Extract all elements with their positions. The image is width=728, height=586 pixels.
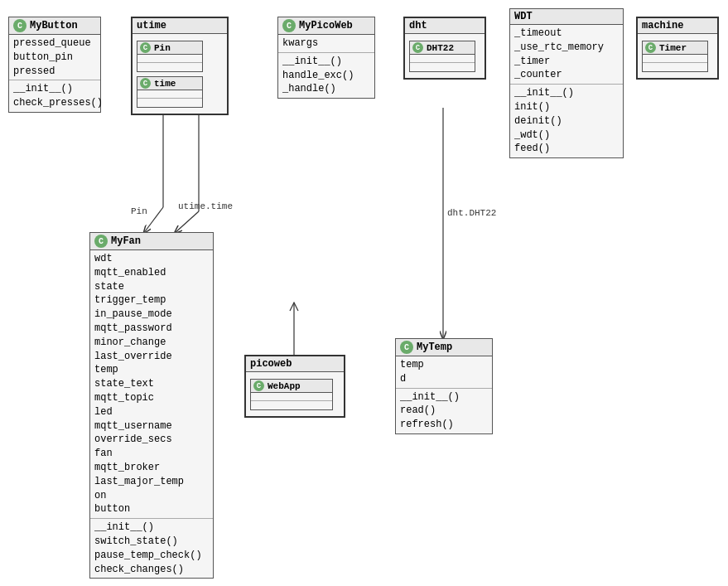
method-init-myfan: __init__() <box>94 521 209 535</box>
attr-pressed: pressed <box>13 65 96 79</box>
mytemp-icon: C <box>400 341 413 354</box>
dht-package: dht C DHT22 <box>403 17 486 80</box>
attr-button-pin: button_pin <box>13 51 96 65</box>
myfan-name: MyFan <box>111 235 141 247</box>
pin-section1 <box>137 55 202 63</box>
method-read: read() <box>400 404 488 418</box>
attr-minor-change: minor_change <box>94 336 209 350</box>
dht22-name: DHT22 <box>427 43 454 53</box>
mytemp-attrs: temp d <box>396 356 492 389</box>
method-init-mt: __init__() <box>400 390 488 404</box>
myfan-header: C MyFan <box>90 233 213 250</box>
myfan-attrs: wdt mqtt_enabled state trigger_temp in_p… <box>90 250 213 519</box>
attr-temp-mt: temp <box>400 358 488 372</box>
wdt-header: WDT <box>510 9 623 25</box>
timer-name: Timer <box>659 43 687 53</box>
method-init-pw: __init__() <box>282 55 370 69</box>
method-handle-exc: handle_exc() <box>282 69 370 83</box>
picoweb-name: picoweb <box>250 358 292 370</box>
mypicoweb-name: MyPicoWeb <box>299 20 353 31</box>
mypicoweb-icon: C <box>282 19 296 32</box>
mytemp-header: C MyTemp <box>396 339 492 356</box>
attr-led: led <box>94 405 209 419</box>
dht22-icon: C <box>412 42 423 53</box>
wdt-attrs: _timeout _use_rtc_memory _timer _counter <box>510 25 623 85</box>
pin-header: C Pin <box>137 41 202 55</box>
time-section2 <box>137 99 202 107</box>
timer-header: C Timer <box>643 41 707 55</box>
method-feed: feed() <box>514 142 619 156</box>
mybutton-methods: __init__() check_presses() <box>9 80 100 112</box>
webapp-section1 <box>251 393 332 401</box>
method-pause-temp-check: pause_temp_check() <box>94 549 209 563</box>
mybutton-attrs: pressed_queue button_pin pressed <box>9 35 100 80</box>
attr-button: button <box>94 502 209 516</box>
utime-header: utime <box>133 18 227 34</box>
attr-wdt: wdt <box>94 252 209 266</box>
attr-fan: fan <box>94 447 209 461</box>
dht22-header: C DHT22 <box>410 41 475 55</box>
pin-class: C Pin <box>137 41 203 72</box>
timer-section1 <box>643 55 707 63</box>
mypicoweb-attrs: kwargs <box>278 35 374 53</box>
attr-d: d <box>400 372 488 386</box>
myfan-methods: __init__() switch_state() pause_temp_che… <box>90 519 213 578</box>
attr-kwargs: kwargs <box>282 36 370 51</box>
method-check-changes: check_changes() <box>94 563 209 577</box>
dht-label: dht.DHT22 <box>447 208 496 218</box>
webapp-icon: C <box>253 380 264 391</box>
method-wdt: _wdt() <box>514 128 619 143</box>
attr-pressed-queue: pressed_queue <box>13 36 96 51</box>
mypicoweb-methods: __init__() handle_exc() _handle() <box>278 53 374 98</box>
wdt-methods: __init__() init() deinit() _wdt() feed() <box>510 85 623 157</box>
dht-header: dht <box>405 18 485 34</box>
mybutton-icon: C <box>13 19 27 32</box>
attr-mqtt-topic: mqtt_topic <box>94 391 209 405</box>
method-init: __init__() <box>13 82 96 96</box>
mytemp-class: C MyTemp temp d __init__() read() refres… <box>395 338 493 434</box>
mypicoweb-header: C MyPicoWeb <box>278 17 374 35</box>
time-section1 <box>137 90 202 99</box>
attr-mqtt-username: mqtt_username <box>94 419 209 433</box>
method-check-presses: check_presses() <box>13 96 96 110</box>
attr-state: state <box>94 280 209 294</box>
wdt-class: WDT _timeout _use_rtc_memory _timer _cou… <box>509 8 624 158</box>
attr-counter: _counter <box>514 68 619 82</box>
attr-override-secs: override_secs <box>94 433 209 447</box>
dht22-class: C DHT22 <box>409 41 475 72</box>
mypicoweb-class: C MyPicoWeb kwargs __init__() handle_exc… <box>277 17 375 99</box>
attr-on: on <box>94 489 209 503</box>
picoweb-header: picoweb <box>246 356 344 372</box>
attr-mqtt-password: mqtt_password <box>94 322 209 336</box>
attr-temp: temp <box>94 363 209 377</box>
attr-mqtt-enabled: mqtt_enabled <box>94 266 209 280</box>
attr-state-text: state_text <box>94 377 209 391</box>
mybutton-name: MyButton <box>30 20 78 31</box>
webapp-name: WebApp <box>268 381 301 391</box>
svg-line-4 <box>174 211 199 234</box>
dht-name: dht <box>409 20 427 31</box>
attr-trigger-temp: trigger_temp <box>94 293 209 308</box>
time-icon: C <box>140 78 151 89</box>
pin-icon: C <box>140 42 151 53</box>
method-switch-state: switch_state() <box>94 535 209 549</box>
mybutton-class: C MyButton pressed_queue button_pin pres… <box>8 17 101 113</box>
timer-class: C Timer <box>642 41 708 72</box>
attr-mqtt-broker: mqtt_broker <box>94 461 209 475</box>
attr-last-major-temp: last_major_temp <box>94 475 209 489</box>
method-init2: init() <box>514 100 619 114</box>
pin-section2 <box>137 63 202 71</box>
utime-label: utime.time <box>178 201 233 211</box>
webapp-section2 <box>251 401 332 409</box>
pin-label: Pin <box>131 206 147 216</box>
webapp-class: C WebApp <box>250 379 333 410</box>
mytemp-methods: __init__() read() refresh() <box>396 389 492 433</box>
webapp-header: C WebApp <box>251 380 332 393</box>
dht22-section2 <box>410 63 475 71</box>
uml-diagram: Pin utime.time dht.DHT22 C MyButton pres… <box>0 0 728 586</box>
timer-section2 <box>643 63 707 71</box>
time-header: C time <box>137 77 202 90</box>
machine-header: machine <box>638 18 717 34</box>
method-init-wdt: __init__() <box>514 86 619 100</box>
machine-package: machine C Timer <box>636 17 719 80</box>
